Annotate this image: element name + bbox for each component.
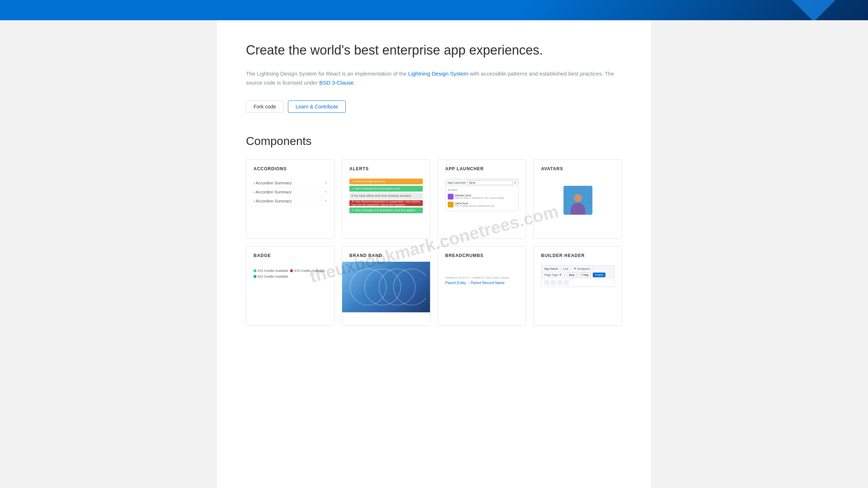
app-launcher-title-label: App Launcher [448, 181, 466, 184]
accordion-item-3: › Accordion Summary + [254, 197, 327, 206]
app-launcher-item-2: SalesCloud The smartly Demon-Salesforce.… [448, 201, 516, 209]
bh-icon-4 [564, 280, 569, 285]
card-app-launcher[interactable]: APP LAUNCHER App Launcher × All Items Ma… [438, 159, 526, 239]
builder-header-preview: App Name | Live | ▼ Designers | Page Typ… [541, 265, 614, 287]
card-breadcrumbs[interactable]: BREADCRUMBS PARENT ENTITY › PARENT RECOR… [438, 246, 526, 326]
bh-publish-btn[interactable]: Publish [593, 273, 605, 277]
card-app-launcher-body: App Launcher × All Items Mahalia Cloud B… [438, 175, 526, 218]
bh-separator3: | [592, 267, 593, 270]
brand-band-svg [346, 265, 426, 309]
badge-label-3: 523 Credits Available [258, 275, 288, 278]
bh-icon-2 [551, 280, 556, 285]
bh-separator4: | [564, 273, 565, 277]
lightning-design-system-link[interactable]: Lightning Design System [408, 70, 468, 77]
app-launcher-search[interactable] [467, 180, 513, 185]
bh-app-name: App Name [544, 267, 558, 270]
card-alerts-body: ⚠ Alert message text here ✓ Alert messag… [342, 175, 430, 221]
card-avatars[interactable]: AVATARS [533, 159, 622, 239]
bh-back-btn[interactable]: Back [567, 273, 577, 277]
card-breadcrumbs-title: BREADCRUMBS [438, 247, 526, 262]
card-avatars-body [534, 175, 622, 229]
accordion-list: › Accordion Summary + › Accordion Summar… [254, 179, 327, 206]
app-launcher-item-1-text: Mahalia Cloud Best in class • Salesforce… [455, 194, 504, 199]
header-bar [0, 0, 868, 20]
card-brand-band[interactable]: BRAND BAND [342, 246, 430, 326]
alert-bar-info1: ✓ Alert message text description area [349, 186, 423, 192]
card-app-launcher-title: APP LAUNCHER [438, 160, 526, 175]
learn-contribute-button[interactable]: Learn & Contribute [288, 100, 346, 113]
card-builder-header-title: BUILDER HEADER [534, 247, 622, 262]
avatar-image [563, 186, 592, 215]
card-alerts-title: ALERTS [342, 160, 430, 175]
svg-point-1 [365, 269, 401, 305]
svg-point-0 [350, 269, 386, 305]
breadcrumb-section-label: PARENT ENTITY › PARENT RECORD NAME [445, 276, 519, 279]
alert-bars: ⚠ Alert message text here ✓ Alert messag… [349, 179, 423, 213]
hero-description: The Lightning Design System for React is… [246, 69, 622, 87]
components-grid: ACCORDIONS › Accordion Summary + › Accor… [246, 159, 622, 326]
desc-part2: React is an implementation of the [325, 70, 408, 77]
accordion-item-2: › Accordion Summary + [254, 188, 327, 197]
app-launcher-header: App Launcher × [446, 179, 518, 187]
badge-dot-green [254, 269, 256, 272]
app-launcher-body-content: All Items Mahalia Cloud Best in class • … [446, 187, 518, 211]
badge-dot-teal [254, 275, 256, 278]
card-alerts[interactable]: ALERTS ⚠ Alert message text here ✓ Alert… [342, 159, 430, 239]
app-launcher-item-1: Mahalia Cloud Best in class • Salesforce… [448, 193, 516, 201]
badge-item-3: 523 Credits Available [254, 275, 288, 278]
bh-top-btn[interactable]: T Help [579, 273, 591, 277]
badge-dot-red [290, 269, 293, 272]
accordion-label-2: › Accordion Summary [254, 190, 292, 194]
accordion-expand-1: + [325, 181, 327, 185]
app-launcher-preview: App Launcher × All Items Mahalia Cloud B… [445, 179, 519, 211]
accordion-expand-3: + [325, 199, 327, 203]
bh-icon-1 [544, 280, 549, 285]
accordion-expand-2: + [325, 190, 327, 194]
desc-part4: . [354, 80, 355, 86]
breadcrumb-part1: Parent Entity [445, 281, 466, 285]
breadcrumb-path: Parent Entity › Parent Record Name [445, 281, 519, 285]
desc-part1: The Lightning Design System [246, 70, 318, 77]
svg-point-2 [379, 269, 415, 305]
card-brand-band-title: BRAND BAND [342, 247, 430, 262]
card-breadcrumbs-body: PARENT ENTITY › PARENT RECORD NAME Paren… [438, 262, 526, 303]
breadcrumb-preview: PARENT ENTITY › PARENT RECORD NAME Paren… [445, 265, 519, 296]
card-builder-header[interactable]: BUILDER HEADER App Name | Live | ▼ Desig… [533, 246, 622, 326]
accordion-item-1: › Accordion Summary + [254, 179, 327, 188]
card-accordions-title: ACCORDIONS [246, 160, 334, 175]
card-badge-body: 470 Credits Available 470 Credits Availa… [246, 262, 334, 289]
badge-label-1: 470 Credits Available [258, 269, 288, 273]
card-accordions[interactable]: ACCORDIONS › Accordion Summary + › Accor… [246, 159, 335, 239]
bsd-clause-link[interactable]: BSD 3-Clause [319, 80, 354, 86]
avatar-head [574, 194, 582, 202]
badge-item-2: 470 Credits Available [290, 269, 324, 273]
button-group: Fork code Learn & Contribute [246, 100, 622, 113]
bh-top-bar: App Name | Live | ▼ Designers | Page Typ… [541, 266, 614, 279]
hero-title: Create the world's best enterprise app e… [246, 42, 622, 59]
bh-icon-3 [557, 280, 562, 285]
app-launcher-item-1-icon [448, 194, 454, 200]
badge-label-2: 470 Credits Available [294, 269, 324, 273]
app-launcher-close: × [514, 181, 516, 184]
breadcrumb-part2: Parent Record Name [471, 281, 505, 285]
bh-tab-live: Live [563, 267, 569, 270]
avatar-person [569, 191, 587, 215]
app-launcher-item-2-icon [448, 202, 454, 207]
alert-bar-info2: ⚠ Alert message text description area te… [349, 207, 423, 213]
alert-bar-error: ✕ Your Recent transaction is suspended. … [349, 200, 423, 206]
card-brand-band-body [342, 262, 430, 312]
alert-bar-neutral: ℹ You have offline work from Desktop sim… [349, 193, 423, 199]
badge-item-1: 470 Credits Available [254, 269, 288, 273]
avatar-preview [541, 179, 614, 222]
components-section-title: Components [246, 134, 622, 148]
app-launcher-section-label: All Items [448, 189, 516, 191]
bh-separator1: | [560, 267, 561, 270]
avatar-body [571, 203, 585, 215]
bh-bottom-bar [541, 279, 614, 287]
fork-code-button[interactable]: Fork code [246, 100, 284, 113]
card-avatars-title: AVATARS [534, 160, 622, 175]
accordion-label-3: › Accordion Summary [254, 199, 292, 203]
card-accordions-body: › Accordion Summary + › Accordion Summar… [246, 175, 334, 213]
card-builder-header-body: App Name | Live | ▼ Designers | Page Typ… [534, 262, 622, 294]
card-badge[interactable]: BADGE 470 Credits Available 470 Credits … [246, 246, 335, 326]
